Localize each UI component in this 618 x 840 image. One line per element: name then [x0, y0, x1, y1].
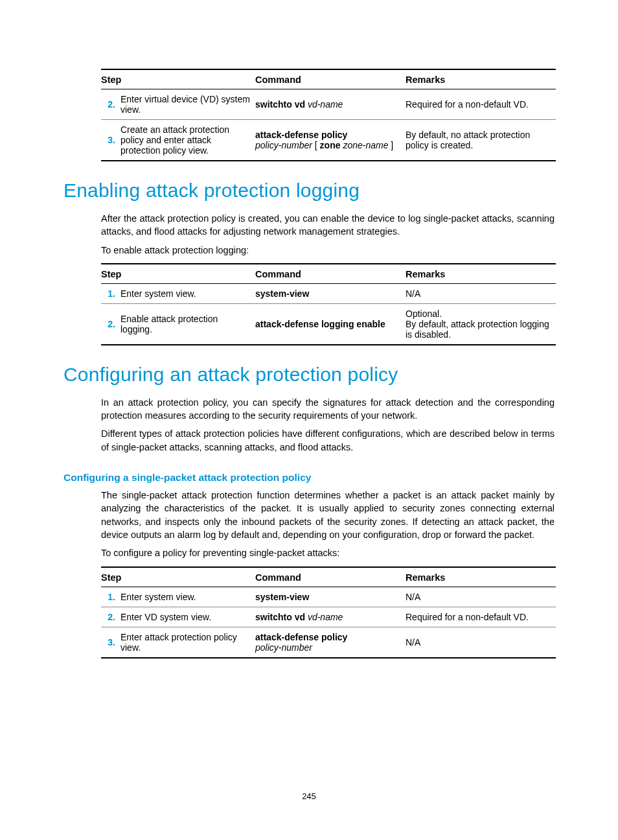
- cmd-text: ]: [388, 140, 393, 150]
- step-remarks: Optional. By default, attack protection …: [406, 303, 556, 345]
- step-number: 2.: [101, 89, 120, 120]
- table-row: 3. Enter attack protection policy view. …: [101, 627, 556, 658]
- heading-configuring-policy: Configuring an attack protection policy: [63, 364, 555, 386]
- step-remarks: N/A: [406, 283, 556, 303]
- step-command: system-view: [255, 283, 406, 303]
- table-single-packet-policy: Step Command Remarks 1. Enter system vie…: [101, 566, 556, 659]
- subheading-single-packet: Configuring a single-packet attack prote…: [63, 472, 555, 484]
- paragraph: Different types of attack protection pol…: [101, 427, 555, 454]
- col-remarks: Remarks: [406, 567, 556, 587]
- cmd-arg: vd-name: [305, 612, 343, 622]
- step-command: attack-defense logging enable: [255, 303, 406, 345]
- document-page: Step Command Remarks 2. Enter virtual de…: [0, 0, 618, 840]
- table-row: 2. Enter VD system view. switchto vd vd-…: [101, 607, 556, 627]
- col-step: Step: [101, 69, 255, 89]
- step-remarks: N/A: [406, 587, 556, 607]
- col-remarks: Remarks: [406, 69, 556, 89]
- table-enable-logging: Step Command Remarks 1. Enter system vie…: [101, 263, 556, 345]
- table-row: 3. Create an attack protection policy an…: [101, 120, 556, 161]
- step-number: 1.: [101, 283, 120, 303]
- paragraph: After the attack protection policy is cr…: [101, 212, 555, 239]
- table-row: 1. Enter system view. system-view N/A: [101, 283, 556, 303]
- page-number: 245: [0, 791, 618, 801]
- step-number: 1.: [101, 587, 120, 607]
- step-command: switchto vd vd-name: [255, 607, 406, 627]
- cmd-text: zone: [320, 140, 341, 150]
- cmd-text: attack-defense policy: [255, 632, 347, 642]
- table-creating-policy: Step Command Remarks 2. Enter virtual de…: [101, 69, 556, 161]
- cmd-text: switchto vd: [255, 612, 305, 622]
- col-remarks: Remarks: [406, 264, 556, 284]
- step-command: system-view: [255, 587, 406, 607]
- step-number: 3.: [101, 120, 120, 161]
- step-desc: Enable attack protection logging.: [120, 303, 255, 345]
- cmd-arg: policy-number: [255, 140, 312, 150]
- step-command: attack-defense policy policy-number [ zo…: [255, 120, 406, 161]
- col-command: Command: [255, 69, 406, 89]
- cmd-arg: vd-name: [305, 99, 343, 110]
- cmd-text: attack-defense logging enable: [255, 319, 385, 329]
- col-step: Step: [101, 264, 255, 284]
- table-row: 1. Enter system view. system-view N/A: [101, 587, 556, 607]
- cmd-text: system-view: [255, 592, 309, 602]
- cmd-arg: policy-number: [255, 642, 312, 653]
- step-number: 2.: [101, 607, 120, 627]
- cmd-text: switchto vd: [255, 99, 305, 110]
- col-step: Step: [101, 567, 255, 587]
- cmd-text: [: [312, 140, 320, 150]
- heading-enabling-logging: Enabling attack protection logging: [63, 180, 555, 202]
- step-remarks: By default, no attack protection policy …: [406, 120, 556, 161]
- step-remarks: N/A: [406, 627, 556, 658]
- step-remarks: Required for a non-default VD.: [406, 89, 556, 120]
- paragraph: In an attack protection policy, you can …: [101, 396, 555, 423]
- step-number: 3.: [101, 627, 120, 658]
- step-desc: Create an attack protection policy and e…: [120, 120, 255, 161]
- step-command: attack-defense policy policy-number: [255, 627, 406, 658]
- cmd-text: attack-defense policy: [255, 130, 347, 140]
- cmd-arg: zone-name: [341, 140, 389, 150]
- col-command: Command: [255, 567, 406, 587]
- remarks-line: By default, attack protection logging is…: [406, 319, 549, 340]
- paragraph: The single-packet attack protection func…: [101, 489, 555, 541]
- step-desc: Enter system view.: [120, 587, 255, 607]
- cmd-text: system-view: [255, 288, 309, 299]
- step-command: switchto vd vd-name: [255, 89, 406, 120]
- paragraph: To enable attack protection logging:: [101, 244, 555, 257]
- col-command: Command: [255, 264, 406, 284]
- step-desc: Enter system view.: [120, 283, 255, 303]
- step-number: 2.: [101, 303, 120, 345]
- step-remarks: Required for a non-default VD.: [406, 607, 556, 627]
- step-desc: Enter VD system view.: [120, 607, 255, 627]
- step-desc: Enter virtual device (VD) system view.: [120, 89, 255, 120]
- paragraph: To configure a policy for preventing sin…: [101, 546, 555, 559]
- table-row: 2. Enter virtual device (VD) system view…: [101, 89, 556, 120]
- remarks-line: Optional.: [406, 309, 442, 319]
- table-row: 2. Enable attack protection logging. att…: [101, 303, 556, 345]
- step-desc: Enter attack protection policy view.: [120, 627, 255, 658]
